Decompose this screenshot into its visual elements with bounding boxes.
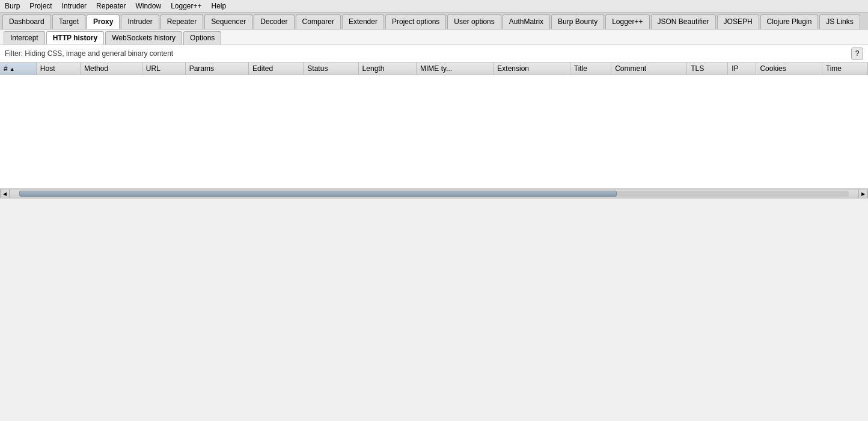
http-history-table: #▲HostMethodURLParamsEditedStatusLengthM… [0, 63, 868, 75]
main-tab-authmatrix[interactable]: AuthMatrix [503, 14, 550, 29]
sub-tab-http-history[interactable]: HTTP history [46, 31, 104, 45]
main-tab-proxy[interactable]: Proxy [87, 14, 120, 29]
menu-project[interactable]: Project [28, 1, 53, 11]
scroll-left-arrow[interactable]: ◀ [0, 189, 10, 198]
col-header-cookies[interactable]: Cookies [756, 63, 822, 75]
main-tab-bar: DashboardTargetProxyIntruderRepeaterSequ… [0, 13, 868, 29]
main-tab-target[interactable]: Target [52, 14, 85, 29]
menu-window[interactable]: Window [134, 1, 162, 11]
table-header: #▲HostMethodURLParamsEditedStatusLengthM… [0, 63, 868, 75]
sub-tab-websockets-history[interactable]: WebSockets history [105, 31, 182, 45]
main-tab-json-beautifier[interactable]: JSON Beautifier [651, 14, 716, 29]
main-tab-repeater[interactable]: Repeater [160, 14, 203, 29]
col-header-tls[interactable]: TLS [687, 63, 728, 75]
main-tab-project-options[interactable]: Project options [385, 14, 446, 29]
scroll-thumb[interactable] [19, 191, 617, 197]
scroll-right-arrow[interactable]: ▶ [858, 189, 868, 198]
main-tab-burp-bounty[interactable]: Burp Bounty [551, 14, 604, 29]
sub-tab-intercept[interactable]: Intercept [4, 31, 45, 45]
col-header-time[interactable]: Time [822, 63, 867, 75]
col-header-comment[interactable]: Comment [611, 63, 687, 75]
menu-burp[interactable]: Burp [4, 1, 21, 11]
sub-tab-options[interactable]: Options [183, 31, 221, 45]
menu-repeater[interactable]: Repeater [95, 1, 127, 11]
main-tab-sequencer[interactable]: Sequencer [204, 14, 252, 29]
col-header--[interactable]: #▲ [0, 63, 36, 75]
sort-indicator: ▲ [10, 66, 15, 72]
bottom-area [0, 198, 868, 397]
col-header-method[interactable]: Method [80, 63, 142, 75]
main-tab-decoder[interactable]: Decoder [254, 14, 294, 29]
col-header-extension[interactable]: Extension [494, 63, 570, 75]
http-history-table-container: #▲HostMethodURLParamsEditedStatusLengthM… [0, 63, 868, 189]
main-tab-user-options[interactable]: User options [447, 14, 501, 29]
main-tab-dashboard[interactable]: Dashboard [2, 14, 51, 29]
col-header-status[interactable]: Status [304, 63, 358, 75]
sub-tab-bar: InterceptHTTP historyWebSockets historyO… [0, 29, 868, 45]
main-tab-clojure-plugin[interactable]: Clojure Plugin [760, 14, 819, 29]
col-header-params[interactable]: Params [185, 63, 248, 75]
col-header-edited[interactable]: Edited [249, 63, 304, 75]
menu-intruder[interactable]: Intruder [61, 1, 88, 11]
filter-bar: Filter: Hiding CSS, image and general bi… [0, 45, 868, 63]
main-tab-extender[interactable]: Extender [342, 14, 384, 29]
main-tab-joseph[interactable]: JOSEPH [717, 14, 759, 29]
col-header-mime-ty-[interactable]: MIME ty... [417, 63, 494, 75]
main-tab-js-links[interactable]: JS Links [819, 14, 860, 29]
col-header-title[interactable]: Title [570, 63, 611, 75]
col-header-ip[interactable]: IP [728, 63, 756, 75]
horizontal-scrollbar[interactable]: ◀ ▶ [0, 189, 868, 198]
scroll-track[interactable] [19, 191, 849, 197]
menu-help[interactable]: Help [210, 1, 228, 11]
col-header-length[interactable]: Length [358, 63, 416, 75]
menu-bar: Burp Project Intruder Repeater Window Lo… [0, 0, 868, 13]
menu-logger[interactable]: Logger++ [170, 1, 203, 11]
filter-help-button[interactable]: ? [851, 48, 863, 60]
main-tab-intruder[interactable]: Intruder [121, 14, 159, 29]
col-header-host[interactable]: Host [36, 63, 80, 75]
filter-text[interactable]: Filter: Hiding CSS, image and general bi… [5, 49, 173, 58]
col-header-url[interactable]: URL [142, 63, 185, 75]
main-tab-comparer[interactable]: Comparer [296, 14, 341, 29]
main-tab-logger++[interactable]: Logger++ [605, 14, 649, 29]
